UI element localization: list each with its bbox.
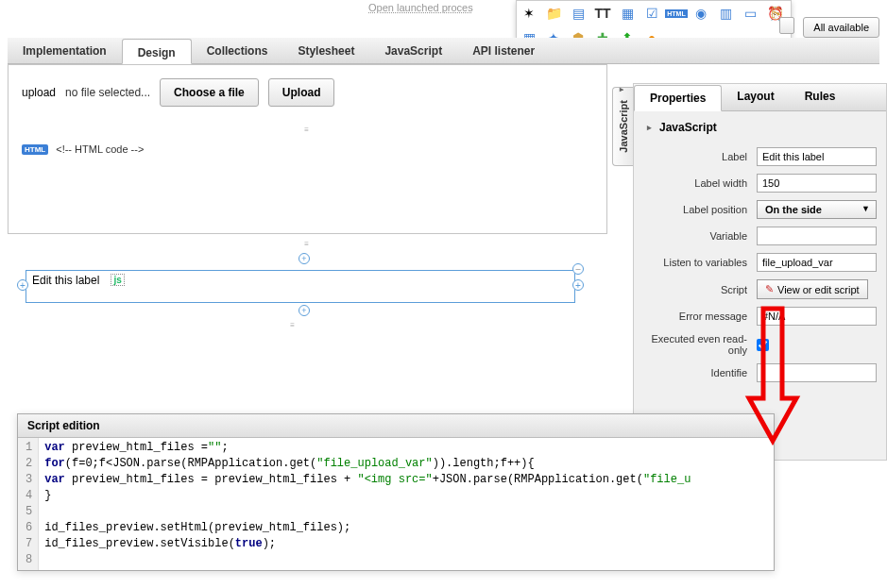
- tab-api-listener[interactable]: API listener: [457, 38, 550, 63]
- ptab-rules[interactable]: Rules: [790, 84, 851, 110]
- vertical-tab-javascript[interactable]: ◂ JavaScript: [612, 87, 633, 166]
- handle-remove[interactable]: –: [572, 263, 584, 275]
- prop-execreadonly-label: Executed even read-only: [643, 333, 757, 356]
- form-icon[interactable]: ▦: [619, 5, 636, 22]
- upload-widget: upload no file selected... Choose a file…: [22, 78, 593, 107]
- handle-add-bottom[interactable]: +: [299, 305, 310, 316]
- label-position-select[interactable]: On the side: [757, 200, 877, 219]
- ptab-layout[interactable]: Layout: [722, 84, 789, 110]
- main-tabs: Implementation Design Collections Styles…: [8, 38, 879, 64]
- properties-tabs: Properties Layout Rules: [634, 84, 886, 111]
- list-icon[interactable]: ▤: [570, 5, 587, 22]
- tab-implementation[interactable]: Implementation: [8, 38, 122, 63]
- folder-icon[interactable]: 📁: [545, 5, 562, 22]
- tab-design[interactable]: Design: [122, 39, 192, 64]
- upload-label: upload: [22, 86, 56, 99]
- prop-script-label: Script: [643, 284, 757, 295]
- file-icon[interactable]: ▭: [742, 5, 759, 22]
- selected-js-widget[interactable]: Edit this label js: [26, 270, 575, 303]
- dropdown-toggle-button[interactable]: [779, 17, 794, 34]
- error-message-input[interactable]: [757, 307, 877, 326]
- html-badge-icon: HTML: [22, 144, 48, 155]
- js-badge-icon: js: [111, 274, 124, 286]
- grip-handle[interactable]: ≡: [22, 126, 593, 134]
- exec-readonly-checkbox[interactable]: [757, 339, 769, 351]
- prop-listen-label: Listen to variables: [643, 257, 757, 268]
- line-gutter: 12345678: [18, 438, 39, 570]
- handle-add-top[interactable]: +: [299, 253, 310, 264]
- view-edit-script-button[interactable]: ✎View or edit script: [757, 279, 868, 299]
- checkbox-icon[interactable]: ☑: [643, 5, 660, 22]
- html-icon[interactable]: HTML: [668, 5, 685, 22]
- ptab-properties[interactable]: Properties: [634, 85, 722, 111]
- html-widget[interactable]: HTML <!-- HTML code -->: [22, 143, 593, 155]
- loading-icon[interactable]: ✶: [520, 5, 537, 22]
- listen-variables-input[interactable]: [757, 253, 877, 272]
- open-launched-link[interactable]: Open launched proces: [368, 2, 473, 13]
- script-editor-title: Script edition: [18, 414, 774, 438]
- calendar-icon[interactable]: ▥: [717, 5, 734, 22]
- script-editor-panel: Script edition 12345678 var preview_html…: [17, 413, 775, 571]
- html-comment-text: <!-- HTML code -->: [56, 143, 144, 155]
- script-icon: ✎: [765, 283, 774, 295]
- handle-add-left[interactable]: +: [17, 279, 28, 291]
- prop-labelwidth-label: Label width: [643, 177, 757, 189]
- prop-labelpos-label: Label position: [643, 204, 757, 215]
- tab-javascript[interactable]: JavaScript: [369, 38, 457, 63]
- variable-input[interactable]: [757, 227, 877, 245]
- design-canvas-area: upload no file selected... Choose a file…: [8, 64, 607, 413]
- tab-collections[interactable]: Collections: [192, 38, 283, 63]
- choose-file-button[interactable]: Choose a file: [160, 78, 259, 107]
- upload-button[interactable]: Upload: [268, 78, 335, 107]
- handle-add-right[interactable]: +: [572, 279, 584, 291]
- code-editor[interactable]: 12345678 var preview_html_files ="";for(…: [18, 438, 774, 570]
- prop-variable-label: Variable: [643, 230, 757, 242]
- widget-label: Edit this label: [32, 274, 99, 287]
- design-canvas[interactable]: upload no file selected... Choose a file…: [8, 64, 607, 234]
- label-input[interactable]: [757, 147, 877, 166]
- prop-label-label: Label: [643, 151, 757, 162]
- all-available-button[interactable]: All available: [803, 17, 879, 38]
- code-lines[interactable]: var preview_html_files ="";for(f=0;f<JSO…: [39, 438, 696, 570]
- grip-handle-3[interactable]: ≡: [8, 321, 579, 329]
- identifier-input[interactable]: [757, 363, 877, 382]
- properties-section-header[interactable]: JavaScript: [634, 111, 886, 143]
- vertical-tab-label: JavaScript: [618, 100, 629, 153]
- properties-panel: Properties Layout Rules JavaScript Label…: [633, 83, 887, 461]
- prop-identifier-label: Identifie: [643, 367, 757, 378]
- tab-stylesheet[interactable]: Stylesheet: [282, 38, 369, 63]
- prop-errormsg-label: Error message: [643, 311, 757, 322]
- radio-icon[interactable]: ◉: [692, 5, 709, 22]
- grip-handle-2[interactable]: ≡: [8, 240, 607, 248]
- text-icon[interactable]: TT: [594, 5, 611, 22]
- chevron-left-icon: ◂: [617, 86, 625, 94]
- label-width-input[interactable]: [757, 174, 877, 193]
- upload-nofile-text: no file selected...: [65, 86, 150, 99]
